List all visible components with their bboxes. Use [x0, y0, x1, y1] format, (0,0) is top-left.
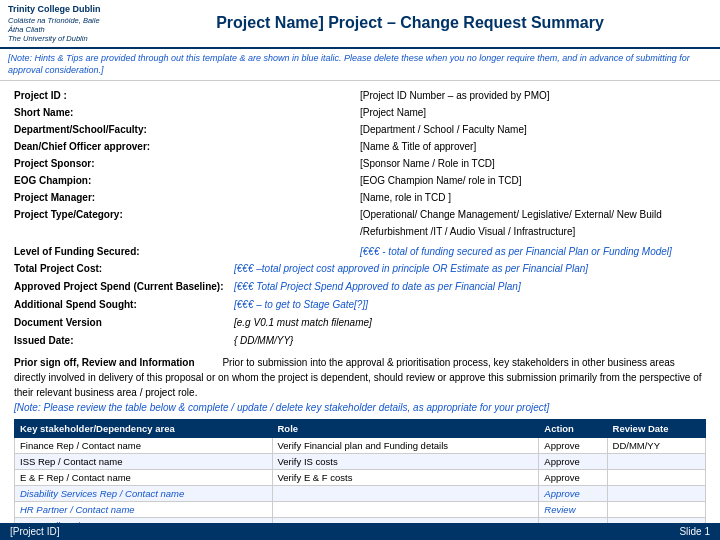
note-banner: [Note: Hints & Tips are provided through…: [0, 49, 720, 81]
field-value-7: [Operational/ Change Management/ Legisla…: [360, 206, 706, 240]
cost-label-3: Document Version: [14, 315, 234, 331]
sign-off-title: Prior sign off, Review and Information: [14, 357, 195, 368]
field-label-1: Short Name:: [14, 104, 360, 121]
field-label-6: Project Manager:: [14, 189, 360, 206]
table-body: Finance Rep / Contact nameVerify Financi…: [15, 437, 706, 533]
funding-label: Level of Funding Secured:: [14, 246, 360, 257]
cell-action-1: Approve: [539, 453, 607, 469]
info-labels: Project ID :Short Name:Department/School…: [14, 87, 360, 240]
cost-row-2: Additional Spend Sought:[€€€ – to get to…: [14, 297, 706, 313]
cell-action-4: Review: [539, 501, 607, 517]
table-row: ISS Rep / Contact nameVerify IS costsApp…: [15, 453, 706, 469]
sign-off: Prior sign off, Review and Information P…: [14, 355, 706, 415]
field-label-0: Project ID :: [14, 87, 360, 104]
table-row: Finance Rep / Contact nameVerify Financi…: [15, 437, 706, 453]
field-label-7: Project Type/Category:: [14, 206, 360, 223]
header: Trinity College Dublin Coláiste na Tríon…: [0, 0, 720, 49]
funding-value: [€€€ - total of funding secured as per F…: [360, 246, 706, 257]
col-date: Review Date: [607, 419, 705, 437]
logo: Trinity College Dublin Coláiste na Tríon…: [8, 4, 108, 43]
cell-date-4: [607, 501, 705, 517]
cell-stakeholder-1: ISS Rep / Contact name: [15, 453, 273, 469]
cell-date-0: DD/MM/YY: [607, 437, 705, 453]
field-value-3: [Name & Title of approver]: [360, 138, 706, 155]
cost-row-4: Issued Date:{ DD/MM/YY}: [14, 333, 706, 349]
funding-row: Level of Funding Secured: [€€€ - total o…: [14, 246, 706, 257]
cost-value-1: [€€€ Total Project Spend Approved to dat…: [234, 279, 706, 295]
cell-date-3: [607, 485, 705, 501]
logo-name: Trinity College Dublin: [8, 4, 108, 16]
cell-stakeholder-3: Disability Services Rep / Contact name: [15, 485, 273, 501]
cell-role-0: Verify Financial plan and Funding detail…: [272, 437, 539, 453]
col-stakeholder: Key stakeholder/Dependency area: [15, 419, 273, 437]
field-value-5: [EOG Champion Name/ role in TCD]: [360, 172, 706, 189]
cost-label-4: Issued Date:: [14, 333, 234, 349]
cell-role-1: Verify IS costs: [272, 453, 539, 469]
cell-action-2: Approve: [539, 469, 607, 485]
cell-action-0: Approve: [539, 437, 607, 453]
cell-role-4: [272, 501, 539, 517]
cost-row-0: Total Project Cost:[€€€ –total project c…: [14, 261, 706, 277]
cell-role-3: [272, 485, 539, 501]
footer-slide: Slide 1: [679, 526, 710, 537]
table-header: Key stakeholder/Dependency area Role Act…: [15, 419, 706, 437]
cost-row-3: Document Version[e.g V0.1 must match fil…: [14, 315, 706, 331]
table-row: HR Partner / Contact nameReview: [15, 501, 706, 517]
cost-label-1: Approved Project Spend (Current Baseline…: [14, 279, 234, 295]
cell-role-2: Verify E & F costs: [272, 469, 539, 485]
cost-row-1: Approved Project Spend (Current Baseline…: [14, 279, 706, 295]
project-info: Project ID :Short Name:Department/School…: [14, 87, 706, 240]
cost-label-2: Additional Spend Sought:: [14, 297, 234, 313]
cell-date-1: [607, 453, 705, 469]
col-role: Role: [272, 419, 539, 437]
footer: [Project ID] Slide 1: [0, 523, 720, 540]
cell-date-2: [607, 469, 705, 485]
cell-stakeholder-2: E & F Rep / Contact name: [15, 469, 273, 485]
field-label-2: Department/School/Faculty:: [14, 121, 360, 138]
cost-value-4: { DD/MM/YY}: [234, 333, 706, 349]
info-values: [Project ID Number – as provided by PMO]…: [360, 87, 706, 240]
cost-value-3: [e.g V0.1 must match filename]: [234, 315, 706, 331]
field-label-3: Dean/Chief Officer approver:: [14, 138, 360, 155]
cell-stakeholder-4: HR Partner / Contact name: [15, 501, 273, 517]
cost-value-2: [€€€ – to get to Stage Gate[?]]: [234, 297, 706, 313]
cell-stakeholder-0: Finance Rep / Contact name: [15, 437, 273, 453]
field-value-2: [Department / School / Faculty Name]: [360, 121, 706, 138]
field-value-6: [Name, role in TCD ]: [360, 189, 706, 206]
sign-off-note: [Note: Please review the table below & c…: [14, 400, 706, 415]
cell-action-3: Approve: [539, 485, 607, 501]
logo-sub1: Coláiste na Tríonóide, Baile Átha Cliath: [8, 16, 108, 34]
table-row: Disability Services Rep / Contact nameAp…: [15, 485, 706, 501]
cost-label-0: Total Project Cost:: [14, 261, 234, 277]
page-title: Project Name] Project – Change Request S…: [108, 14, 712, 32]
cost-value-0: [€€€ –total project cost approved in pri…: [234, 261, 706, 277]
costs-section: Total Project Cost:[€€€ –total project c…: [14, 261, 706, 349]
main-content: Project ID :Short Name:Department/School…: [0, 81, 720, 540]
col-action: Action: [539, 419, 607, 437]
stakeholder-table: Key stakeholder/Dependency area Role Act…: [14, 419, 706, 534]
field-label-4: Project Sponsor:: [14, 155, 360, 172]
field-value-0: [Project ID Number – as provided by PMO]: [360, 87, 706, 104]
field-label-5: EOG Champion:: [14, 172, 360, 189]
field-value-1: [Project Name]: [360, 104, 706, 121]
footer-project-id: [Project ID]: [10, 526, 59, 537]
logo-sub2: The University of Dublin: [8, 34, 108, 43]
field-value-4: [Sponsor Name / Role in TCD]: [360, 155, 706, 172]
table-row: E & F Rep / Contact nameVerify E & F cos…: [15, 469, 706, 485]
